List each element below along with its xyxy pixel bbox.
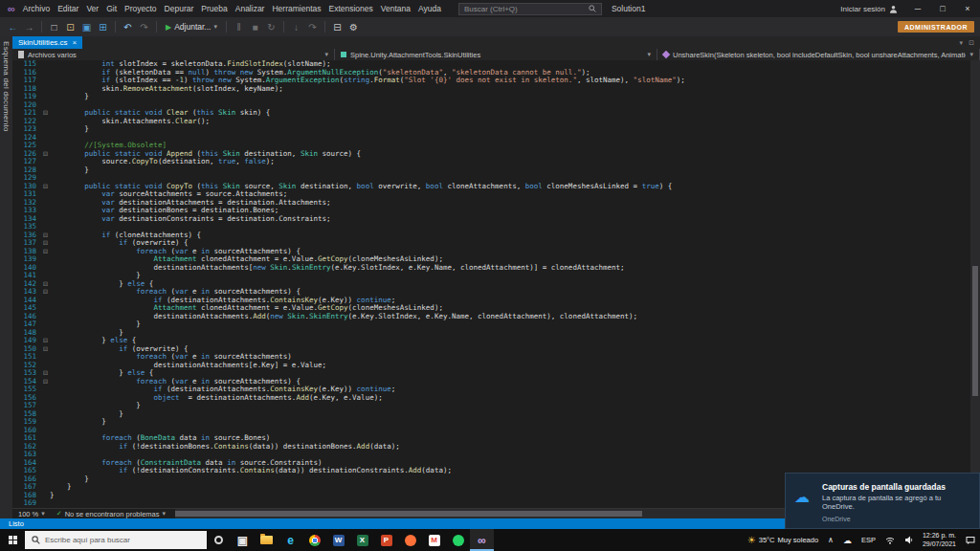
code-line[interactable]: 147 } [12, 320, 970, 329]
taskbar-app-word[interactable]: W [326, 529, 350, 551]
solution-explorer-icon[interactable]: ⊟ [330, 19, 345, 34]
code-line[interactable]: 125 //[System.Obsolete] [12, 142, 970, 150]
code-line[interactable]: 154⊟ foreach (var e in sourceAttachments… [12, 378, 970, 386]
sign-in-button[interactable]: Iniciar sesión [840, 5, 885, 13]
scrollbar-thumb[interactable] [972, 266, 978, 396]
network-tray-icon[interactable] [880, 529, 900, 551]
fold-marker-icon[interactable]: ⊟ [41, 239, 50, 248]
onedrive-tray-icon[interactable]: ☁ [838, 529, 857, 551]
menu-git[interactable]: Git [102, 4, 121, 13]
taskbar-app-excel[interactable]: X [350, 529, 374, 551]
code-line[interactable]: 162 if (!destinationBones.Contains(data)… [12, 443, 970, 452]
code-line[interactable]: 127 source.CopyTo(destination, true, fal… [12, 158, 970, 166]
new-file-icon[interactable]: □ [47, 19, 61, 34]
code-line[interactable]: 134 var destinationConstraints = destina… [12, 215, 970, 224]
code-line[interactable]: 126⊟ public static void Append (this Ski… [12, 150, 970, 159]
code-line[interactable]: 143⊟ foreach (var e in sourceAttachments… [12, 288, 970, 297]
code-line[interactable]: 115 int slotIndex = skeletonData.FindSlo… [12, 60, 970, 69]
document-outline-tab[interactable]: Esquema del documento [0, 36, 12, 518]
code-line[interactable]: 156 object = destinationAttachments.Add(… [12, 394, 970, 403]
active-files-dropdown-icon[interactable]: ▾ [960, 39, 964, 47]
code-line[interactable]: 144 if (destinationAttachments.ContainsK… [12, 297, 970, 305]
code-line[interactable]: 141 } [12, 272, 970, 280]
vertical-scrollbar[interactable] [970, 60, 980, 508]
action-center-button[interactable] [961, 529, 980, 551]
code-line[interactable]: 131 var sourceAttachments = source.Attac… [12, 190, 970, 199]
minimize-button[interactable]: ─ [905, 0, 930, 17]
fold-marker-icon[interactable]: ⊟ [41, 183, 50, 191]
menu-analizar[interactable]: Analizar [232, 4, 269, 13]
code-line[interactable]: 161 foreach (BoneData data in source.Bon… [12, 434, 970, 443]
break-all-icon[interactable]: ‖ [232, 19, 246, 34]
menu-ayuda[interactable]: Ayuda [414, 4, 445, 13]
taskbar-search-input[interactable]: Escribe aquí para buscar [25, 531, 207, 549]
start-button[interactable] [0, 529, 25, 551]
code-line[interactable]: 157 } [12, 402, 970, 410]
attach-button[interactable]: ▶Adjuntar...▾ [162, 22, 221, 32]
type-dropdown[interactable]: Spine.Unity.AttachmentTools.SkinUtilitie… [335, 49, 657, 60]
code-line[interactable]: 130⊟ public static void CopyTo (this Ski… [12, 183, 970, 191]
save-all-icon[interactable]: ⊞ [96, 19, 110, 34]
weather-widget[interactable]: ☀ 35°C Muy soleado [743, 529, 823, 551]
step-over-icon[interactable]: ↷ [305, 19, 320, 34]
code-line[interactable]: 120 [12, 101, 970, 110]
redo-icon[interactable]: ↷ [137, 19, 151, 34]
quick-search-input[interactable]: Buscar (Ctrl+Q) [458, 3, 602, 15]
zoom-control[interactable]: 100 % ▾ [12, 509, 51, 518]
member-dropdown[interactable]: UnshareSkin(Skeleton skeleton, bool incl… [657, 49, 980, 60]
code-line[interactable]: 139 Attachment clonedAttachment = e.Valu… [12, 255, 970, 264]
open-file-icon[interactable]: ⊡ [63, 19, 78, 34]
volume-tray-icon[interactable] [900, 529, 918, 551]
user-account-icon[interactable] [889, 5, 898, 13]
code-line[interactable]: 117 if (slotIndex == -1) throw new Syste… [12, 77, 970, 85]
code-line[interactable]: 148 } [12, 329, 970, 338]
scrollbar-thumb[interactable] [175, 511, 642, 517]
code-line[interactable]: 155 if (destinationAttachments.ContainsK… [12, 386, 970, 394]
code-line[interactable]: 142⊟ } else { [12, 280, 970, 289]
code-editor[interactable]: 115 int slotIndex = skeletonData.FindSlo… [12, 60, 980, 508]
fold-marker-icon[interactable]: ⊟ [41, 288, 50, 297]
code-line[interactable]: 153⊟ } else { [12, 369, 970, 378]
menu-depurar[interactable]: Depurar [161, 4, 198, 13]
close-tab-icon[interactable]: × [73, 38, 78, 47]
code-line[interactable]: 124 [12, 134, 970, 143]
navigate-forward-icon[interactable]: → [22, 19, 36, 34]
taskbar-app-whatsapp[interactable] [446, 529, 470, 551]
menu-proyecto[interactable]: Proyecto [121, 4, 161, 13]
taskbar-app-firefox[interactable] [398, 529, 422, 551]
taskbar-app-visual-studio[interactable]: ∞ [470, 529, 494, 551]
code-line[interactable]: 135 [12, 223, 970, 231]
fold-marker-icon[interactable]: ⊟ [41, 378, 50, 386]
code-line[interactable]: 133 var destinationBones = destination.B… [12, 207, 970, 215]
code-line[interactable]: 158 } [12, 410, 970, 419]
menu-extensiones[interactable]: Extensiones [324, 4, 376, 13]
language-indicator[interactable]: ESP [857, 529, 880, 551]
code-line[interactable]: 121⊟ public static void Clear (this Skin… [12, 109, 970, 118]
code-line[interactable]: 119 } [12, 93, 970, 101]
clock[interactable]: 12:26 p. m. 29/07/2021 [918, 529, 961, 551]
code-line[interactable]: 149⊟ } else { [12, 337, 970, 345]
fold-marker-icon[interactable]: ⊟ [41, 231, 50, 240]
code-line[interactable]: 163 [12, 451, 970, 459]
code-line[interactable]: 137⊟ if (overwrite) { [12, 239, 970, 248]
restart-icon[interactable]: ↻ [264, 19, 278, 34]
fold-marker-icon[interactable]: ⊟ [41, 109, 50, 118]
taskbar-app-cortana[interactable] [207, 529, 231, 551]
step-into-icon[interactable]: ↓ [289, 19, 303, 34]
save-icon[interactable]: ▣ [79, 19, 94, 34]
navigate-backward-icon[interactable]: ← [6, 19, 20, 34]
code-line[interactable]: 132 var destinationAttachments = destina… [12, 199, 970, 208]
fold-marker-icon[interactable]: ⊟ [41, 280, 50, 289]
stop-icon[interactable]: ■ [248, 19, 262, 34]
fold-marker-icon[interactable]: ⊟ [41, 337, 50, 345]
fold-marker-icon[interactable]: ⊟ [41, 369, 50, 378]
code-line[interactable]: 152 destinationAttachments[e.Key] = e.Va… [12, 362, 970, 370]
close-button[interactable]: × [955, 0, 980, 17]
show-hidden-icons-button[interactable]: ∧ [823, 529, 838, 551]
taskbar-app-powerpoint[interactable]: P [374, 529, 398, 551]
code-line[interactable]: 145 Attachment clonedAttachment = e.Valu… [12, 304, 970, 313]
code-line[interactable]: 140 destinationAttachments[new Skin.Skin… [12, 264, 970, 273]
tab-skinutilities[interactable]: SkinUtilities.cs × [12, 36, 82, 49]
taskbar-app-task-view[interactable]: ▣ [231, 529, 255, 551]
taskbar-app-chrome[interactable] [302, 529, 326, 551]
